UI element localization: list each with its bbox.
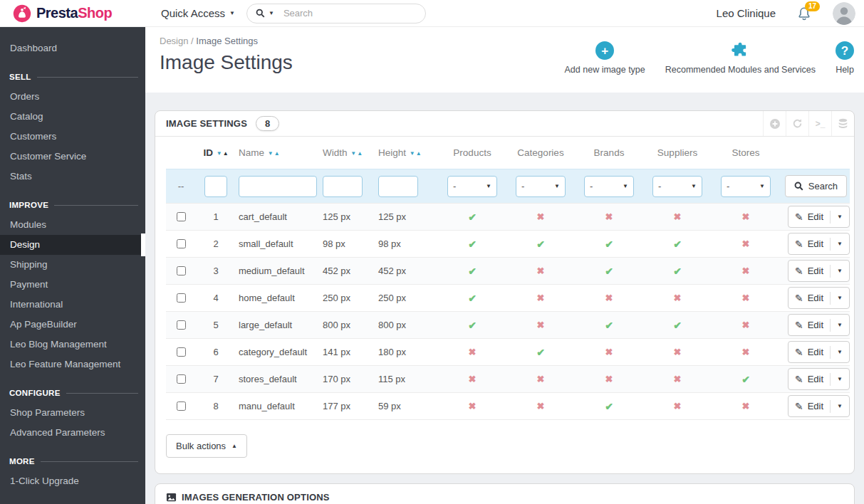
caret-down-icon[interactable]: ▼ [837,349,843,355]
edit-button[interactable]: ✎Edit▼ [788,395,850,417]
sort-desc-icon[interactable]: ▼ [268,150,274,157]
search-button[interactable]: Search [785,175,847,197]
edit-button[interactable]: ✎Edit▼ [788,260,850,282]
quick-access-menu[interactable]: Quick Access ▼ [161,7,235,19]
filter-id-input[interactable] [204,176,227,197]
column-height[interactable]: Height ▼▲ [375,137,438,169]
avatar[interactable] [833,2,855,25]
cell-stores: ✖ [712,339,780,366]
caret-down-icon[interactable]: ▼ [837,376,843,382]
pencil-icon: ✎ [795,347,803,358]
caret-down-icon[interactable]: ▼ [837,322,843,328]
panel-title: IMAGE SETTINGS [166,118,247,129]
edit-button[interactable]: ✎Edit▼ [788,314,850,336]
sidebar-item-payment[interactable]: Payment [0,275,145,295]
cell-stores: ✖ [712,258,780,285]
caret-up-icon: ▲ [231,443,237,449]
edit-button[interactable]: ✎Edit▼ [788,341,850,363]
sidebar-sections: SELLOrdersCatalogCustomersCustomer Servi… [0,70,145,491]
cell-height: 180 px [375,339,438,366]
filter-stores-select[interactable]: -▼ [721,176,771,197]
column-id[interactable]: ID ▼▲ [196,137,236,169]
filter-row: -- -▼ -▼ -▼ -▼ -▼ [166,169,850,204]
row-checkbox[interactable] [177,266,186,275]
cross-icon: ✖ [605,211,613,222]
row-checkbox[interactable] [177,320,186,330]
button-divider [830,211,831,224]
sort-desc-icon[interactable]: ▼ [410,150,415,157]
edit-button[interactable]: ✎Edit▼ [788,368,850,390]
edit-button[interactable]: ✎Edit▼ [788,287,850,309]
filter-name-input[interactable] [239,176,317,197]
sidebar-item-leo-blog-management[interactable]: Leo Blog Management [0,335,145,355]
sidebar-item-dashboard[interactable]: Dashboard [0,38,145,58]
sidebar-item-leo-feature-management[interactable]: Leo Feature Management [0,355,145,374]
global-search[interactable]: ▼ [246,4,426,23]
sort-asc-icon[interactable]: ▲ [223,150,229,157]
images-generation-options-panel: IMAGES GENERATION OPTIONS [155,483,855,504]
filter-brands-select[interactable]: -▼ [584,176,634,197]
sidebar-item-advanced-parameters[interactable]: Advanced Parameters [0,423,145,443]
row-checkbox[interactable] [177,212,186,221]
row-checkbox[interactable] [177,293,186,303]
sort-asc-icon[interactable]: ▲ [274,150,280,157]
edit-button[interactable]: ✎Edit▼ [788,206,850,228]
edit-label: Edit [808,238,823,249]
cell-categories: ✖ [506,366,575,393]
table-header-row: ID ▼▲ Name ▼▲ Width ▼▲ Height ▼▲ Product… [166,137,850,169]
search-input[interactable] [282,7,396,19]
column-width[interactable]: Width ▼▲ [320,137,375,169]
sidebar-item-shop-parameters[interactable]: Shop Parameters [0,403,145,423]
row-checkbox[interactable] [177,374,186,384]
recommended-modules-button[interactable]: Recommended Modules and Services [665,41,816,75]
check-icon: ✔ [468,266,477,277]
sidebar-item-modules[interactable]: Modules [0,215,145,235]
sql-manager-icon[interactable] [831,111,854,136]
sidebar-item-orders[interactable]: Orders [0,87,145,107]
sidebar-item-1-click-upgrade[interactable]: 1-Click Upgrade [0,471,145,491]
terminal-icon[interactable]: >_ [808,111,831,136]
sidebar-item-international[interactable]: International [0,295,145,315]
help-button[interactable]: ? Help [836,41,854,75]
notifications-button[interactable]: 17 [797,6,811,21]
caret-down-icon: ▼ [759,183,765,189]
filter-suppliers-select[interactable]: -▼ [652,176,702,197]
caret-down-icon[interactable]: ▼ [837,214,843,220]
breadcrumb-parent[interactable]: Design [160,36,188,46]
filter-width-input[interactable] [323,176,363,197]
sidebar-item-customers[interactable]: Customers [0,127,145,147]
sort-desc-icon[interactable]: ▼ [217,150,222,157]
sidebar-item-shipping[interactable]: Shipping [0,255,145,275]
sort-asc-icon[interactable]: ▲ [357,150,363,157]
user-name[interactable]: Leo Clinique [717,7,776,19]
refresh-icon[interactable] [786,111,808,136]
add-icon[interactable] [763,111,786,136]
caret-down-icon[interactable]: ▼ [837,241,843,247]
bulk-actions-button[interactable]: Bulk actions ▲ [166,434,247,458]
filter-categories-select[interactable]: -▼ [516,176,566,197]
filter-products-select[interactable]: -▼ [447,176,497,197]
pencil-icon: ✎ [795,211,803,223]
sidebar-item-design[interactable]: Design [0,235,145,255]
prestashop-logo[interactable]: PrestaShop [0,4,145,23]
edit-button[interactable]: ✎Edit▼ [788,233,850,255]
filter-height-input[interactable] [378,176,418,197]
sidebar-item-customer-service[interactable]: Customer Service [0,147,145,167]
button-divider [830,400,831,413]
sidebar-item-ap-pagebuilder[interactable]: Ap PageBuilder [0,315,145,335]
cell-suppliers: ✖ [643,204,712,231]
caret-down-icon[interactable]: ▼ [837,295,843,301]
caret-down-icon[interactable]: ▼ [837,403,843,409]
sidebar-item-catalog[interactable]: Catalog [0,107,145,127]
caret-down-icon[interactable]: ▼ [837,268,843,274]
row-checkbox[interactable] [177,239,186,248]
sort-asc-icon[interactable]: ▲ [416,150,422,157]
sidebar-item-stats[interactable]: Stats [0,167,145,187]
breadcrumb-current: Image Settings [196,36,258,46]
add-new-image-type-button[interactable]: + Add new image type [565,41,645,75]
row-checkbox[interactable] [177,401,186,411]
column-name[interactable]: Name ▼▲ [236,137,320,169]
logo-text-shop: Shop [78,5,112,21]
row-checkbox[interactable] [177,347,186,357]
sort-desc-icon[interactable]: ▼ [350,150,356,157]
